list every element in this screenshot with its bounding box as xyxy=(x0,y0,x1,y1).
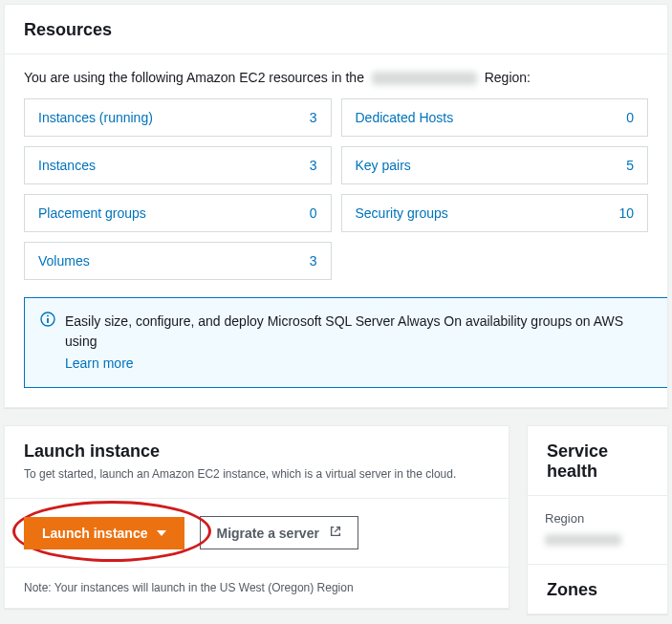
zones-header: Zones xyxy=(528,565,667,613)
intro-post: Region: xyxy=(485,70,531,85)
service-health-title: Service health xyxy=(547,441,648,482)
resources-title: Resources xyxy=(24,20,648,40)
resource-count: 0 xyxy=(310,205,317,221)
resource-label: Placement groups xyxy=(38,205,146,221)
resource-instances-running[interactable]: Instances (running) 3 xyxy=(24,98,332,137)
health-region-block: Region xyxy=(528,496,667,564)
resource-security-groups[interactable]: Security groups 10 xyxy=(341,194,649,232)
service-health-header: Service health xyxy=(528,426,667,496)
resource-volumes[interactable]: Volumes 3 xyxy=(24,242,332,280)
resource-count: 10 xyxy=(618,205,634,221)
resource-label: Instances xyxy=(38,158,96,173)
service-health-panel: Service health Region Zones xyxy=(527,425,668,614)
resource-count: 3 xyxy=(310,158,317,173)
resource-count: 5 xyxy=(626,158,634,173)
launch-actions: Launch instance Migrate a server xyxy=(5,499,509,567)
resource-key-pairs[interactable]: Key pairs 5 xyxy=(341,146,649,184)
region-value-redacted xyxy=(545,534,621,546)
resource-label: Instances (running) xyxy=(38,110,153,125)
resource-placement-groups[interactable]: Placement groups 0 xyxy=(24,194,332,232)
info-text: Easily size, configure, and deploy Micro… xyxy=(65,313,623,349)
resource-grid: Instances (running) 3 Dedicated Hosts 0 … xyxy=(24,98,648,280)
launch-desc: To get started, launch an Amazon EC2 ins… xyxy=(24,467,489,481)
info-icon xyxy=(40,312,55,330)
intro-pre: You are using the following Amazon EC2 r… xyxy=(24,70,364,85)
zones-title: Zones xyxy=(547,580,648,600)
resources-header: Resources xyxy=(5,5,667,54)
resource-label: Key pairs xyxy=(356,158,411,173)
launch-panel: Launch instance To get started, launch a… xyxy=(4,425,509,609)
region-label: Region xyxy=(545,511,650,526)
info-text-wrap: Easily size, configure, and deploy Micro… xyxy=(65,312,652,374)
learn-more-link[interactable]: Learn more xyxy=(65,354,134,374)
resource-label: Volumes xyxy=(38,253,90,269)
resource-instances[interactable]: Instances 3 xyxy=(24,146,332,184)
resource-label: Security groups xyxy=(356,205,448,221)
external-link-icon xyxy=(329,525,342,541)
launch-title: Launch instance xyxy=(24,441,489,462)
bottom-row: Launch instance To get started, launch a… xyxy=(4,425,668,624)
caret-down-icon xyxy=(157,530,166,536)
resource-count: 3 xyxy=(310,253,317,269)
region-redacted xyxy=(372,72,477,85)
migrate-server-button[interactable]: Migrate a server xyxy=(200,516,358,549)
launch-header: Launch instance To get started, launch a… xyxy=(5,426,509,499)
resource-count: 0 xyxy=(626,110,634,125)
resources-body: You are using the following Amazon EC2 r… xyxy=(5,54,667,407)
launch-note: Note: Your instances will launch in the … xyxy=(5,567,509,608)
resource-label: Dedicated Hosts xyxy=(356,110,454,125)
migrate-button-label: Migrate a server xyxy=(216,526,318,541)
resources-panel: Resources You are using the following Am… xyxy=(4,4,668,408)
resource-count: 3 xyxy=(310,110,317,125)
launch-instance-button[interactable]: Launch instance xyxy=(24,517,184,549)
resource-dedicated-hosts[interactable]: Dedicated Hosts 0 xyxy=(341,98,649,137)
launch-button-label: Launch instance xyxy=(42,526,147,541)
info-banner: Easily size, configure, and deploy Micro… xyxy=(24,297,667,388)
svg-point-2 xyxy=(47,315,49,317)
resources-intro: You are using the following Amazon EC2 r… xyxy=(24,70,648,85)
